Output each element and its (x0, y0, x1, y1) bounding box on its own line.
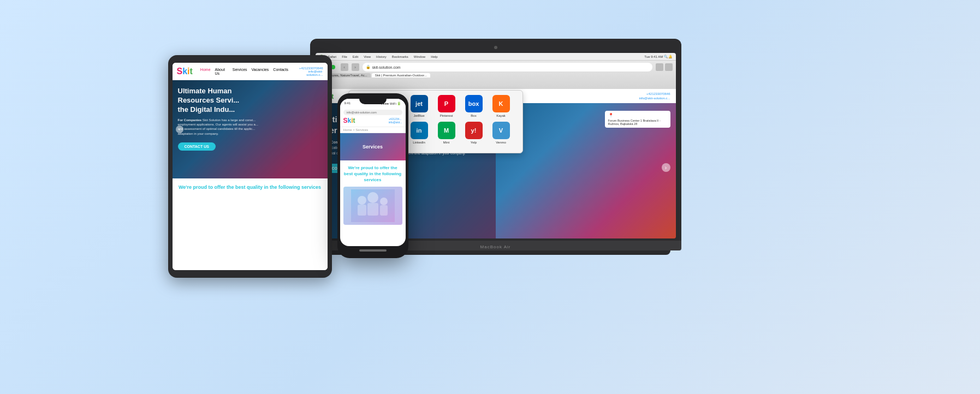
phone-device: 9:41 ●●●● WiFi 🔋 info@skit-solution.com … (337, 93, 408, 258)
bookmark-pinterest-icon: P (438, 95, 455, 112)
bookmark-pinterest[interactable]: P Pinterest (435, 95, 458, 117)
phone-notch (359, 99, 387, 104)
tablet-hero-desc: For Companies Skit Solution has a large … (178, 118, 322, 136)
bookmark-linkedin-icon: in (411, 122, 428, 139)
phone-services-banner: Services (340, 133, 406, 160)
laptop-camera (494, 46, 497, 49)
phone-url-bar[interactable]: info@skit-solution.com (343, 110, 402, 115)
phone-logo: Skit (343, 117, 355, 124)
safari-toolbar: ‹ › 🔒 skit-solution.com (319, 63, 673, 71)
new-tab-button[interactable] (665, 63, 673, 71)
safari-chrome: ‹ › 🔒 skit-solution.com Adventu (316, 61, 676, 89)
phone-image-people (343, 187, 402, 225)
phone-section-title: We're proud to offer the best quality in… (343, 165, 402, 183)
tablet-nav-links: Home About Us Services Vacancies Contact… (200, 68, 288, 75)
safari-menu-bar: 🍎 Safari File Edit View History Bookmark… (316, 53, 676, 61)
phone-image-placeholder (343, 187, 402, 225)
svg-point-3 (380, 198, 388, 205)
tablet-white-section: We're proud to offer the best quality in… (173, 178, 328, 270)
back-button[interactable]: ‹ (341, 63, 348, 71)
phone-screen: 9:41 ●●●● WiFi 🔋 info@skit-solution.com … (340, 99, 406, 246)
tablet-nav-contact: +421233070646 info@skit-solution.c... (293, 67, 323, 76)
svg-rect-5 (367, 203, 378, 216)
svg-rect-4 (358, 205, 366, 216)
scene: Skit Home About Us Services Vacancies Co… (135, 28, 845, 366)
bookmark-venmo[interactable]: V Venmo (490, 122, 513, 144)
svg-rect-6 (380, 205, 388, 216)
tablet-contact-button[interactable]: CONTACT US (178, 142, 216, 151)
bookmark-kayak[interactable]: K Kayak (490, 95, 513, 117)
bookmark-kayak-icon: K (492, 95, 510, 112)
tablet-hero-title: Ultimate HumanResources Servi...the Digi… (178, 87, 322, 115)
safari-actions (656, 63, 673, 71)
bookmark-mint[interactable]: M Mint (435, 122, 458, 144)
safari-tab-2[interactable]: Skit | Premium Australian-Outdoor... (372, 73, 430, 77)
laptop-next-arrow[interactable]: › (662, 163, 670, 172)
tablet-prev-arrow[interactable]: ‹ (176, 126, 183, 133)
tablet-device: Skit Home About Us Services Vacancies Co… (168, 55, 332, 278)
forward-button[interactable]: › (352, 63, 359, 71)
tablet-hero: ‹ Ultimate HumanResources Servi...the Di… (173, 80, 328, 178)
tablet-logo: Skit (177, 67, 193, 76)
bookmark-box[interactable]: box Box (462, 95, 485, 117)
phone-logo-row: Skit +421234...info@skit... (343, 117, 402, 124)
bookmark-venmo-icon: V (492, 122, 510, 139)
share-button[interactable] (656, 63, 663, 71)
tablet-screen: Skit Home About Us Services Vacancies Co… (173, 63, 328, 270)
svg-point-2 (367, 192, 378, 203)
bookmark-jetblue-icon: jet (411, 95, 428, 112)
bookmark-yelp[interactable]: y! Yelp (462, 122, 485, 144)
svg-point-1 (358, 196, 366, 205)
bookmark-yelp-icon: y! (465, 122, 483, 139)
url-bar[interactable]: 🔒 skit-solution.com (363, 63, 652, 71)
phone-people-illustration (351, 189, 395, 222)
laptop-camera-bar (316, 44, 676, 51)
tablet-services-title: We're proud to offer the best quality in… (178, 184, 322, 191)
phone-services-banner-title: Services (363, 144, 383, 150)
tablet-hero-content: Ultimate HumanResources Servi...the Digi… (173, 80, 328, 157)
bookmark-linkedin[interactable]: in LinkedIn (408, 122, 431, 144)
phone-content-area: We're proud to offer the best quality in… (340, 160, 406, 229)
bookmark-mint-icon: M (438, 122, 455, 139)
phone-header: info@skit-solution.com Skit +421234...in… (340, 108, 406, 127)
phone-home-indicator (359, 249, 387, 252)
safari-tabs: Adventures, NatureTravel, Ac... Skit | P… (319, 73, 673, 77)
bookmark-box-icon: box (465, 95, 483, 112)
bookmark-jetblue[interactable]: jet JetBlue (408, 95, 431, 117)
phone-breadcrumb: Home > Services (340, 127, 406, 133)
tablet-nav: Skit Home About Us Services Vacancies Co… (173, 63, 328, 80)
phone-body: 9:41 ●●●● WiFi 🔋 info@skit-solution.com … (337, 93, 408, 258)
website-nav-contact: +421233070646 info@skit-solution.c... (639, 92, 670, 101)
tablet-body: Skit Home About Us Services Vacancies Co… (168, 55, 332, 278)
phone-contact-info: +421234...info@skit... (389, 117, 402, 124)
